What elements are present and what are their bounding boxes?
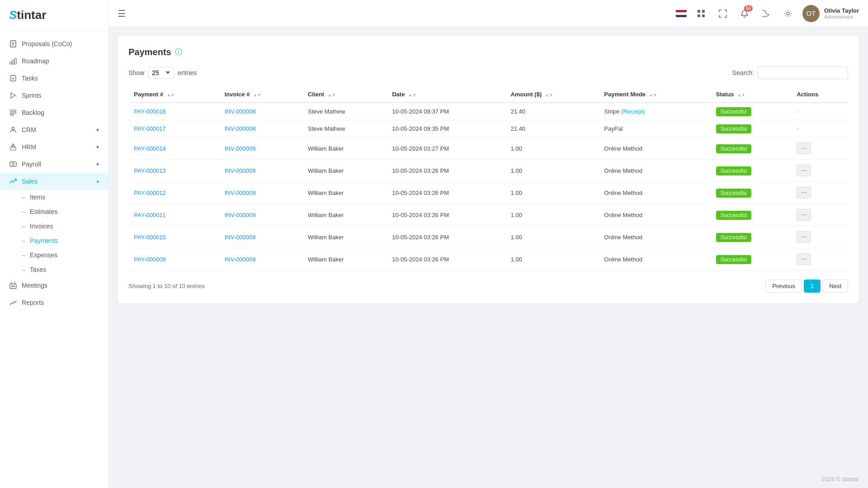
meetings-icon xyxy=(9,281,17,289)
receipt-link[interactable]: (Receipt) xyxy=(621,108,645,115)
sidebar-item-sprints[interactable]: Sprints xyxy=(0,87,108,104)
invoice-link[interactable]: INV-000009 xyxy=(224,145,256,152)
invoice-link[interactable]: INV-000009 xyxy=(224,234,256,241)
cell-amount: 21.40 xyxy=(505,120,599,137)
cell-actions: ··· xyxy=(791,160,848,182)
sidebar-item-meetings[interactable]: Meetings xyxy=(0,277,108,294)
payment-link[interactable]: PAY-000014 xyxy=(134,145,166,152)
sidebar-item-payroll[interactable]: Payroll ▾ xyxy=(0,156,108,173)
sidebar-item-invoices[interactable]: Invoices xyxy=(22,219,108,233)
invoice-link[interactable]: INV-000008 xyxy=(224,108,256,115)
cell-status: Successful xyxy=(711,120,792,137)
sidebar-item-tasks-label: Tasks xyxy=(22,75,38,82)
cell-client: William Baker xyxy=(302,226,386,248)
svg-point-20 xyxy=(13,286,14,287)
cell-invoice-num: INV-000009 xyxy=(219,248,302,270)
col-date[interactable]: Date ▲▼ xyxy=(387,86,505,103)
invoice-link[interactable]: INV-000009 xyxy=(224,190,256,196)
sidebar-item-backlog[interactable]: Backlog xyxy=(0,104,108,121)
col-amount[interactable]: Amount ($) ▲▼ xyxy=(505,86,599,103)
cell-date: 10-05-2024 03:27 PM xyxy=(387,137,505,160)
col-client[interactable]: Client ▲▼ xyxy=(302,86,386,103)
payment-link[interactable]: PAY-000017 xyxy=(134,125,166,132)
row-actions-button[interactable]: ··· xyxy=(797,165,811,176)
cell-payment-mode: Online Method xyxy=(599,204,711,226)
actions-dash: - xyxy=(797,108,798,115)
header-right: 54 OT Olivia Taylor Administrator xyxy=(676,5,859,22)
page-1-button[interactable]: 1 xyxy=(804,280,821,293)
expand-button[interactable] xyxy=(716,6,730,21)
invoice-link[interactable]: INV-000009 xyxy=(224,256,256,263)
cell-amount: 1.00 xyxy=(505,160,599,182)
payment-link[interactable]: PAY-000011 xyxy=(134,212,166,218)
row-actions-button[interactable]: ··· xyxy=(797,231,811,243)
sort-icon: ▲▼ xyxy=(649,93,657,97)
col-status[interactable]: Status ▲▼ xyxy=(711,86,792,103)
col-payment-mode-label: Payment Mode xyxy=(604,91,646,98)
cell-status: Successful xyxy=(711,103,792,120)
status-badge: Successful xyxy=(716,144,751,153)
sidebar-item-sales[interactable]: Sales ▾ xyxy=(0,173,108,190)
apps-button[interactable] xyxy=(694,6,708,21)
payment-link[interactable]: PAY-000013 xyxy=(134,167,166,174)
language-selector[interactable] xyxy=(676,10,687,17)
info-icon[interactable]: ⓘ xyxy=(175,47,182,57)
reports-icon xyxy=(9,298,17,307)
logo: Stintar xyxy=(9,8,46,22)
dark-mode-button[interactable] xyxy=(759,6,773,21)
sidebar-item-expenses[interactable]: Expenses xyxy=(22,248,108,262)
table-row: PAY-000013 INV-000009 William Baker 10-0… xyxy=(128,160,848,182)
cell-payment-num: PAY-000011 xyxy=(128,204,219,226)
payment-link[interactable]: PAY-000009 xyxy=(134,256,166,263)
sidebar-item-taxes[interactable]: Taxes xyxy=(22,262,108,277)
user-profile[interactable]: OT Olivia Taylor Administrator xyxy=(802,5,859,22)
sort-icon: ▲▼ xyxy=(253,93,261,97)
col-payment-num[interactable]: Payment # ▲▼ xyxy=(128,86,219,103)
payment-link[interactable]: PAY-000018 xyxy=(134,108,166,115)
previous-button[interactable]: Previous xyxy=(765,280,802,293)
col-invoice-num[interactable]: Invoice # ▲▼ xyxy=(219,86,302,103)
col-payment-mode[interactable]: Payment Mode ▲▼ xyxy=(599,86,711,103)
entries-select[interactable]: 25 10 50 100 xyxy=(148,67,174,79)
payment-link[interactable]: PAY-000012 xyxy=(134,190,166,196)
notifications-button[interactable]: 54 xyxy=(737,6,752,21)
show-label: Show xyxy=(128,69,144,76)
sidebar-item-crm[interactable]: CRM ▾ xyxy=(0,121,108,138)
sidebar-item-hrm[interactable]: HRM ▾ xyxy=(0,138,108,156)
menu-toggle-button[interactable]: ☰ xyxy=(118,8,126,19)
table-row: PAY-000018 INV-000008 Steve Mathew 10-05… xyxy=(128,103,848,120)
invoice-link[interactable]: INV-000008 xyxy=(224,125,256,132)
cell-date: 10-05-2024 03:26 PM xyxy=(387,160,505,182)
cell-status: Successful xyxy=(711,226,792,248)
page-title: Payments xyxy=(128,47,171,57)
row-actions-button[interactable]: ··· xyxy=(797,142,811,154)
payroll-icon xyxy=(9,160,17,168)
invoice-link[interactable]: INV-000009 xyxy=(224,167,256,174)
row-actions-button[interactable]: ··· xyxy=(797,187,811,199)
sidebar-item-roadmap[interactable]: Roadmap xyxy=(0,52,108,70)
main-content: ☰ 54 OT Olivia Taylor xyxy=(109,0,868,488)
payment-link[interactable]: PAY-000010 xyxy=(134,234,166,241)
cell-invoice-num: INV-000009 xyxy=(219,137,302,160)
next-button[interactable]: Next xyxy=(822,280,848,293)
sidebar-item-reports[interactable]: Reports xyxy=(0,294,108,311)
row-actions-button[interactable]: ··· xyxy=(797,253,811,265)
cell-amount: 1.00 xyxy=(505,137,599,160)
col-actions-label: Actions xyxy=(797,91,818,98)
sidebar-logo: Stintar xyxy=(0,0,108,31)
sidebar-item-items[interactable]: Items xyxy=(22,190,108,204)
sidebar-item-tasks[interactable]: Tasks xyxy=(0,70,108,87)
chevron-down-icon: ▾ xyxy=(96,127,99,133)
row-actions-button[interactable]: ··· xyxy=(797,209,811,221)
cell-payment-mode: Stripe (Receipt) xyxy=(599,103,711,120)
invoice-link[interactable]: INV-000009 xyxy=(224,212,256,218)
sidebar-item-estimates[interactable]: Estimates xyxy=(22,204,108,219)
search-input[interactable] xyxy=(758,66,848,79)
sort-icon: ▲▼ xyxy=(167,93,175,97)
sidebar-item-payments[interactable]: Payments xyxy=(22,233,108,248)
pagination-buttons: Previous 1 Next xyxy=(765,280,848,293)
sidebar-item-proposals[interactable]: Proposals (CoCo) xyxy=(0,35,108,52)
payments-card: Payments ⓘ Show 25 10 50 100 entries Sea… xyxy=(118,36,859,303)
sidebar-item-payroll-label: Payroll xyxy=(22,161,41,168)
settings-button[interactable] xyxy=(781,6,795,21)
